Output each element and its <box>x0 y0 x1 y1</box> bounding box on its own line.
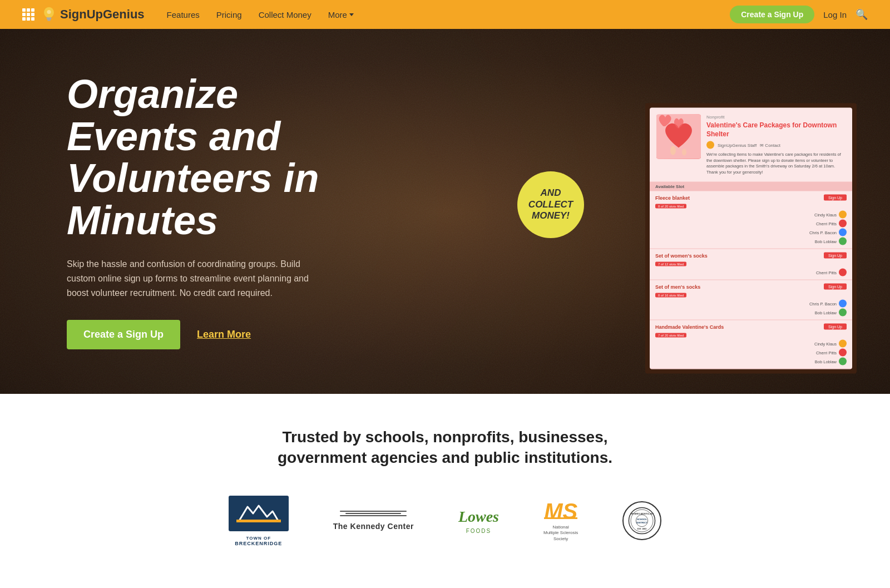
svg-rect-9 <box>236 520 281 522</box>
svg-text:DISTRICT: DISTRICT <box>636 521 647 524</box>
organizer-avatar <box>706 141 714 149</box>
logo-ontario-montclair: ONTARIO-MONTCLAIR SCHOOL DISTRICT EST. 1… <box>622 501 661 540</box>
signup-card-slot-1: Fleece blanket Sign Up 8 of 20 slots fil… <box>650 191 852 249</box>
hero-create-signup-button[interactable]: Create a Sign Up <box>67 320 180 349</box>
slot-1-person-2: Cherri Pitts <box>816 220 847 228</box>
person-avatar <box>839 220 847 228</box>
trusted-section: Trusted by schools, nonprofits, business… <box>0 394 890 569</box>
hero-learn-more-button[interactable]: Learn More <box>197 329 251 340</box>
hero-content: Organize Events and Volunteers in Minute… <box>0 29 389 394</box>
nav-collect-money[interactable]: Collect Money <box>259 10 312 19</box>
signup-card-nonprofit-label: Nonprofit <box>706 115 846 120</box>
lowes-foods-text: FOODS <box>466 528 492 534</box>
person-avatar <box>839 269 847 276</box>
logo-breckenridge: TOWN OF BRECKENRIDGE <box>229 496 289 546</box>
person-avatar <box>839 238 847 245</box>
signup-card-slots-header: Available Slot <box>650 182 852 191</box>
lowes-text: Lowes <box>458 508 499 526</box>
trusted-title: Trusted by schools, nonprofits, business… <box>22 427 868 468</box>
bulb-icon <box>40 6 58 23</box>
nav-login-link[interactable]: Log In <box>823 10 847 19</box>
nav-pricing[interactable]: Pricing <box>216 10 242 19</box>
slot-3-person-1: Chris P. Bacon <box>809 300 847 308</box>
navigation: SignUpGenius Features Pricing Collect Mo… <box>0 0 890 29</box>
logo-ms-society: MS NationalMultiple SclerosisSociety <box>543 500 578 542</box>
nav-more-label[interactable]: More <box>328 10 347 19</box>
slot-1-person-4: Bob Loblaw <box>815 238 847 245</box>
logo-text: SignUpGenius <box>60 7 145 22</box>
slot-1-filled: 8 of 20 slots filled <box>655 204 686 209</box>
slot-2-name: Set of women's socks <box>655 253 708 258</box>
signup-card-slot-2: Set of women's socks Sign Up 7 of 12 slo… <box>650 249 852 280</box>
slot-1-signup-button[interactable]: Sign Up <box>824 195 847 201</box>
kennedy-text: The Kennedy Center <box>333 522 414 531</box>
slot-1-header: Fleece blanket Sign Up <box>655 195 847 201</box>
grid-menu-icon[interactable] <box>22 8 34 21</box>
nav-create-signup-button[interactable]: Create a Sign Up <box>730 6 814 23</box>
slot-4-person-1: Cindy Klaus <box>814 340 847 348</box>
search-icon[interactable]: 🔍 <box>856 8 868 21</box>
slot-4-name: Handmade Valentine's Cards <box>655 324 724 329</box>
signup-card-image <box>656 115 701 159</box>
slot-4-people: Cindy Klaus Cherri Pitts Bob Loblaw <box>655 340 847 365</box>
svg-text:EST. 1883: EST. 1883 <box>637 528 646 531</box>
slot-3-name: Set of men's socks <box>655 284 700 289</box>
svg-rect-1 <box>47 17 52 19</box>
signup-card-meta: SignUpGenius Staff ✉ Contact <box>706 141 846 149</box>
ms-text: NationalMultiple SclerosisSociety <box>543 525 578 542</box>
signup-card-shadow: Nonprofit Valentine's Care Packages for … <box>645 103 857 374</box>
slot-1-people: Cindy Klaus Cherri Pitts Chris P. Bacon <box>655 211 847 245</box>
person-avatar <box>839 300 847 308</box>
svg-rect-3 <box>47 20 50 21</box>
slot-3-filled: 8 of 16 slots filled <box>655 293 686 298</box>
logo-kennedy-center: The Kennedy Center <box>333 511 414 531</box>
person-avatar <box>839 340 847 348</box>
hearts-graphic <box>656 115 701 159</box>
site-logo[interactable]: SignUpGenius <box>40 6 145 23</box>
slot-1-person-1: Cindy Klaus <box>814 211 847 219</box>
nav-right: Create a Sign Up Log In 🔍 <box>730 6 868 23</box>
signup-card-slot-4: Handmade Valentine's Cards Sign Up 7 of … <box>650 320 852 369</box>
svg-rect-2 <box>47 19 51 20</box>
slot-2-people: Cherri Pitts <box>655 269 847 276</box>
signup-card-contact: ✉ Contact <box>760 142 780 147</box>
nav-more[interactable]: More <box>328 10 354 19</box>
slot-2-person-1: Cherri Pitts <box>816 269 847 276</box>
collect-money-badge: AND COLLECT MONEY! <box>517 171 584 238</box>
trusted-logos: TOWN OF BRECKENRIDGE The Kennedy Center … <box>22 496 868 546</box>
hero-buttons: Create a Sign Up Learn More <box>67 320 323 349</box>
slot-1-person-3: Chris P. Bacon <box>809 229 847 236</box>
slot-3-header: Set of men's socks Sign Up <box>655 284 847 290</box>
person-avatar <box>839 358 847 365</box>
person-avatar <box>839 211 847 219</box>
ontario-logo-svg: ONTARIO-MONTCLAIR SCHOOL DISTRICT EST. 1… <box>628 501 656 540</box>
ms-letters: MS <box>544 499 577 523</box>
slot-4-header: Handmade Valentine's Cards Sign Up <box>655 324 847 330</box>
signup-card-info: Nonprofit Valentine's Care Packages for … <box>706 115 846 175</box>
breckenridge-logo-svg <box>236 501 281 523</box>
slot-4-person-2: Cherri Pitts <box>816 349 847 357</box>
slot-4-filled: 7 of 20 slots filled <box>655 333 686 338</box>
signup-card-header: Nonprofit Valentine's Care Packages for … <box>650 108 852 182</box>
person-avatar <box>839 349 847 357</box>
slot-2-signup-button[interactable]: Sign Up <box>824 253 847 259</box>
person-avatar <box>839 309 847 317</box>
nav-features[interactable]: Features <box>167 10 200 19</box>
slot-3-people: Chris P. Bacon Bob Loblaw <box>655 300 847 317</box>
slot-3-signup-button[interactable]: Sign Up <box>824 284 847 290</box>
slot-4-person-3: Bob Loblaw <box>815 358 847 365</box>
svg-point-6 <box>670 146 676 155</box>
slot-1-name: Fleece blanket <box>655 195 690 200</box>
logo-lowes-foods: Lowes FOODS <box>458 508 499 534</box>
person-avatar <box>839 229 847 236</box>
nav-more-caret-icon <box>349 13 354 16</box>
slot-2-header: Set of women's socks Sign Up <box>655 253 847 259</box>
svg-point-7 <box>682 149 686 156</box>
collect-money-badge-text: AND COLLECT MONEY! <box>517 187 584 221</box>
slot-2-filled: 7 of 12 slots filled <box>655 262 686 266</box>
signup-card-description: We're collecting items to make Valentine… <box>706 152 846 175</box>
slot-4-signup-button[interactable]: Sign Up <box>824 324 847 330</box>
svg-text:SCHOOL: SCHOOL <box>637 518 647 521</box>
kennedy-lines <box>340 511 407 516</box>
breckenridge-text: TOWN OF BRECKENRIDGE <box>235 536 282 546</box>
